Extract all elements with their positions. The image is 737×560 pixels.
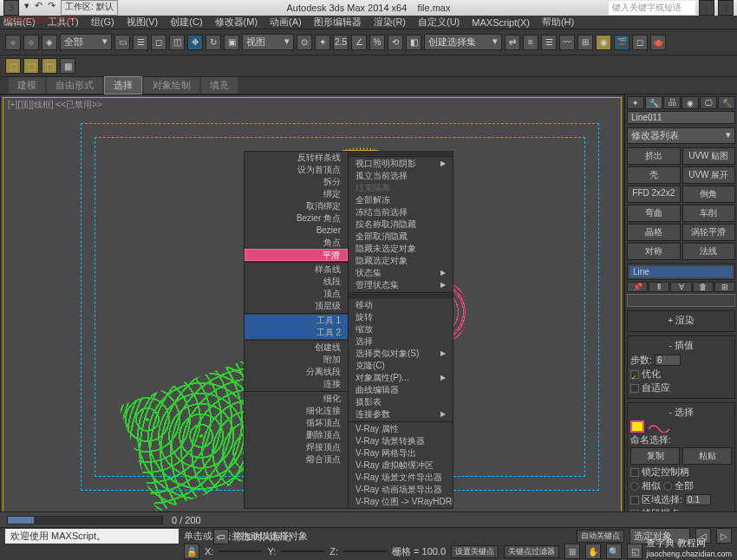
maxscript-listener[interactable]: 欢迎使用 MAXScript。	[5, 529, 179, 544]
ctx-V-Ray 虚拟帧缓冲区[interactable]: V-Ray 虚拟帧缓冲区	[349, 459, 453, 472]
ctx-移动[interactable]: 移动	[349, 299, 453, 311]
angle-snap-icon[interactable]: ∠	[351, 35, 367, 50]
layer-icon[interactable]: ☰	[541, 35, 557, 50]
render-frame-icon[interactable]: ◻	[632, 35, 648, 50]
link-icon[interactable]: ⟐	[5, 35, 21, 50]
ctx-全部解冻[interactable]: 全部解冻	[349, 194, 453, 206]
ctx-Bezier[interactable]: Bezier	[245, 225, 348, 237]
add-time-tag[interactable]: 添加时间标记	[234, 531, 291, 544]
ctx-设为首顶点[interactable]: 设为首顶点	[245, 164, 348, 176]
display-tab-icon[interactable]: 🖵	[700, 96, 717, 109]
stack-remove-icon[interactable]: 🗑	[693, 282, 714, 292]
modify-tab-icon[interactable]: 🔧	[645, 96, 662, 109]
optimize-check[interactable]	[630, 370, 639, 379]
ctx-绑定[interactable]: 绑定	[245, 188, 348, 200]
btn-shell[interactable]: 壳	[627, 166, 681, 184]
render-icon[interactable]: 🫖	[650, 35, 666, 50]
tab-objectpaint[interactable]: 对象绘制	[144, 77, 199, 94]
stack-pin-icon[interactable]: 📌	[627, 282, 648, 292]
ctx-V-Ray 属性[interactable]: V-Ray 属性	[349, 423, 453, 435]
spinner-snap-icon[interactable]: ⟲	[388, 35, 403, 50]
filter-dropdown[interactable]: 全部▾	[60, 34, 112, 50]
ctx-顶层级[interactable]: 顶层级	[245, 300, 348, 312]
menu-graph[interactable]: 图形编辑器	[314, 16, 362, 29]
ctx-焊接顶点[interactable]: 焊接顶点	[245, 441, 348, 453]
create-tab-icon[interactable]: ✦	[627, 96, 644, 109]
menu-maxscript[interactable]: MAXScript(X)	[472, 17, 530, 28]
stack-config-icon[interactable]: ⊞	[714, 282, 735, 292]
time-slider[interactable]	[7, 516, 163, 524]
ctx-细化连接[interactable]: 细化连接	[245, 405, 348, 417]
menu-animation[interactable]: 动画(A)	[270, 16, 302, 29]
setkey-button[interactable]: 设置关键点	[451, 545, 499, 558]
ctx-摄影表[interactable]: 摄影表	[349, 396, 453, 408]
select-icon[interactable]: ▭	[114, 35, 130, 50]
ctx-曲线编辑器[interactable]: 曲线编辑器	[349, 384, 453, 396]
similar-radio[interactable]	[630, 482, 639, 491]
ctx-角点[interactable]: 角点	[245, 237, 348, 249]
ctx-冻结当前选择[interactable]: 冻结当前选择	[349, 206, 453, 218]
select-name-icon[interactable]: ☰	[133, 35, 148, 50]
btn-normal[interactable]: 法线	[682, 243, 736, 260]
stack-show-icon[interactable]: Ⅱ	[649, 282, 669, 292]
modifier-list[interactable]: 修改器列表▾	[627, 127, 735, 144]
render-rollout[interactable]: + 渲染	[627, 310, 735, 332]
percent-snap-icon[interactable]: %	[369, 35, 385, 50]
ctx-视口照明和阴影[interactable]: 视口照明和阴影	[349, 158, 453, 170]
tab-populate[interactable]: 填充	[201, 77, 238, 94]
vertex-subobj-icon[interactable]	[630, 420, 644, 433]
menu-render[interactable]: 渲染(R)	[374, 16, 406, 29]
bind-icon[interactable]: ◈	[42, 35, 57, 50]
search-icon[interactable]: ⌕	[699, 0, 714, 16]
btn-bevel[interactable]: 倒角	[682, 186, 736, 203]
move-icon[interactable]: ✥	[187, 35, 203, 50]
curve-editor-icon[interactable]: 〰	[559, 35, 575, 50]
material-icon[interactable]: ◉	[596, 35, 611, 50]
ctx-连接[interactable]: 连接	[245, 378, 348, 390]
btn-bend[interactable]: 弯曲	[627, 205, 681, 222]
ctx-管理状态集[interactable]: 管理状态集	[349, 279, 453, 291]
workspace-dropdown[interactable]: 工作区: 默认	[61, 0, 118, 16]
hierarchy-tab-icon[interactable]: 品	[663, 96, 681, 109]
menu-customize[interactable]: 自定义(U)	[418, 16, 460, 29]
ctx-顶点[interactable]: 顶点	[245, 288, 348, 300]
ctx-选择[interactable]: 选择	[349, 335, 453, 348]
named-sel-dropdown[interactable]: 创建选择集▾	[424, 34, 502, 50]
menu-create[interactable]: 创建(C)	[170, 16, 202, 29]
ctx-拆分[interactable]: 拆分	[245, 176, 348, 188]
select-rect-icon[interactable]: ◻	[151, 35, 166, 50]
ribbon-icon-3[interactable]: ⬚	[42, 58, 57, 74]
ctx-Bezier 角点[interactable]: Bezier 角点	[245, 212, 348, 225]
copy-button[interactable]: 复制	[630, 447, 680, 465]
vp-pan-icon[interactable]: ✋	[585, 544, 601, 559]
schematic-icon[interactable]: ⊞	[577, 35, 593, 50]
z-input[interactable]	[343, 550, 387, 552]
ctx-状态集[interactable]: 状态集	[349, 267, 453, 279]
autokey-button[interactable]: 自动关键点	[577, 530, 624, 543]
tab-freeform[interactable]: 自由形式	[47, 77, 102, 94]
stack-unique-icon[interactable]: ∀	[670, 282, 691, 292]
refcoord-dropdown[interactable]: 视图▾	[242, 34, 294, 50]
ctx-平滑[interactable]: 平滑	[245, 249, 348, 261]
viewport-label[interactable]: [+][顶][线框] <<已禁用>>	[8, 99, 102, 111]
segment-subobj-icon[interactable]	[647, 420, 673, 433]
menu-view[interactable]: 视图(V)	[127, 16, 159, 29]
all-radio[interactable]	[663, 482, 672, 491]
timetag-icon[interactable]: 🏷	[213, 529, 229, 544]
ctx-按名称取消隐藏[interactable]: 按名称取消隐藏	[349, 218, 453, 231]
snap-icon[interactable]: 2.5	[333, 35, 349, 50]
ctx-样条线[interactable]: 样条线	[245, 264, 348, 276]
btn-uvwmap[interactable]: UVW 贴图	[682, 147, 736, 165]
menu-icon[interactable]: ▾	[24, 0, 29, 16]
ctx-V-Ray 动画场景导出器[interactable]: V-Ray 动画场景导出器	[349, 484, 453, 496]
x-input[interactable]	[218, 550, 262, 552]
unlink-icon[interactable]: ⟐	[23, 35, 39, 50]
redo-icon[interactable]: ↷	[48, 0, 55, 16]
ctx-全部取消隐藏[interactable]: 全部取消隐藏	[349, 231, 453, 243]
steps-input[interactable]: 6	[655, 355, 681, 366]
btn-ffd[interactable]: FFD 2x2x2	[627, 186, 681, 203]
vp-nav-icon[interactable]: ⊞	[564, 544, 580, 559]
ctx-附加[interactable]: 附加	[245, 354, 348, 366]
btn-lathe[interactable]: 车削	[682, 205, 736, 222]
vp-max-icon[interactable]: ◱	[627, 544, 642, 559]
